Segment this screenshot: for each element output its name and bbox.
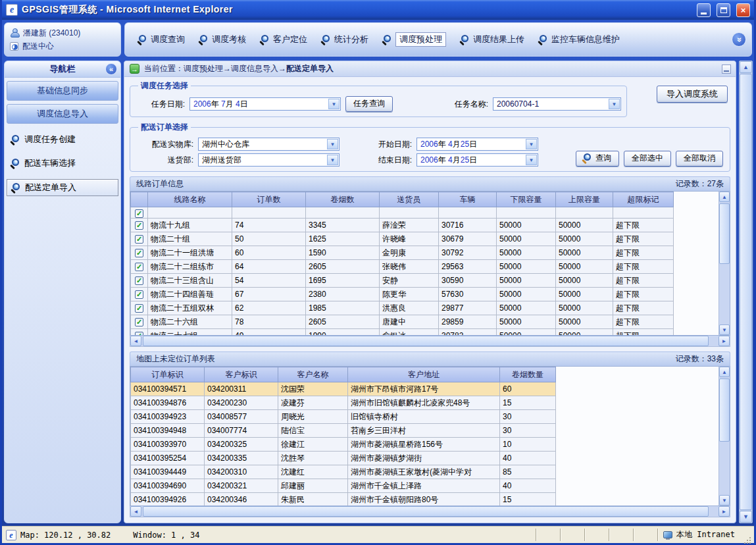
cell[interactable]: 034100394923 <box>131 410 205 424</box>
combo-arrow-button[interactable]: ▼ <box>526 155 537 165</box>
scrollbar-thumb[interactable] <box>740 74 752 510</box>
scroll-down-button[interactable]: ▼ <box>719 324 730 335</box>
cell[interactable]: 034200335 <box>205 452 278 465</box>
cell[interactable]: 60 <box>500 382 556 396</box>
cell[interactable]: 湖州市下昂镇市河路17号 <box>348 382 500 396</box>
row-checkbox-cell[interactable]: ✓ <box>131 246 148 260</box>
cell[interactable]: 49 <box>232 329 306 336</box>
cell[interactable]: 沈国荣 <box>278 382 348 396</box>
cell[interactable]: 物流二十组 <box>148 232 232 246</box>
cell[interactable]: 超下限 <box>613 232 674 246</box>
scroll-right-button[interactable]: ► <box>718 336 730 346</box>
cell[interactable]: 50000 <box>497 232 556 246</box>
cell[interactable]: 034200321 <box>205 479 278 493</box>
cell[interactable]: 74 <box>232 219 306 232</box>
cell[interactable]: 85 <box>500 465 556 479</box>
cell[interactable]: 50000 <box>556 260 613 274</box>
scrollbar-thumb[interactable] <box>143 336 709 346</box>
cell[interactable]: 1625 <box>306 232 380 246</box>
checkbox-checked-icon[interactable]: ✓ <box>135 290 143 299</box>
cell[interactable]: 物流二十二组练市 <box>148 260 232 274</box>
combo-arrow-button[interactable]: ▼ <box>328 99 340 109</box>
cell[interactable]: 034007774 <box>205 424 278 438</box>
sidebar-group-dispatch-import[interactable]: 调度信息导入 <box>7 104 118 124</box>
cell[interactable]: 62 <box>232 301 306 315</box>
cell[interactable]: 湖州市菱湖镇梦湖街 <box>348 452 500 465</box>
cell[interactable]: 60 <box>232 246 306 260</box>
sidebar-collapse-button[interactable]: « <box>105 63 117 75</box>
unlocated-order-row[interactable]: 034100394449034200310沈建红湖州市菱湖镇王家墩村(菱湖中学对… <box>131 465 556 479</box>
unlocated-order-row[interactable]: 034100395254034200335沈胜琴湖州市菱湖镇梦湖街40 <box>131 452 556 465</box>
cell[interactable]: 50000 <box>556 219 613 232</box>
cell[interactable]: 29877 <box>439 301 497 315</box>
end-date-combo[interactable]: 2006年 4月25日 ▼ <box>416 153 538 167</box>
route-order-row[interactable]: ✓物流二十三组含山541695安静305905000050000超下限 <box>131 274 674 288</box>
combo-arrow-button[interactable]: ▼ <box>327 139 338 149</box>
sidebar-item-order-import[interactable]: 配送定单导入 <box>7 179 118 196</box>
cell[interactable]: 50000 <box>556 274 613 288</box>
cell[interactable]: 湖州市旧馆镇麒麟村北凌家兜48号 <box>348 396 500 410</box>
cell[interactable]: 物流二十六组 <box>148 315 232 329</box>
cell[interactable]: 陆信宝 <box>278 424 348 438</box>
nav-item-dispatch-query[interactable]: 调度查询 <box>137 34 185 45</box>
cell[interactable]: 30679 <box>439 232 497 246</box>
cell[interactable]: 湖州市千金镇朝阳路80号 <box>348 493 500 507</box>
row-checkbox-cell[interactable]: ✓ <box>131 288 148 301</box>
cell[interactable]: 2605 <box>306 315 380 329</box>
route-order-row[interactable]: ✓物流二十六组782605唐建中298595000050000超下限 <box>131 315 674 329</box>
cell[interactable]: 30590 <box>439 274 497 288</box>
cell[interactable]: 物流二十四组善琏 <box>148 288 232 301</box>
nav-item-vehicle-info-maintain[interactable]: 监控车辆信息维护 <box>538 34 620 45</box>
cell[interactable]: 超下限 <box>613 260 674 274</box>
cell[interactable]: 湖州市千金镇上泽路 <box>348 479 500 493</box>
panel-collapse-button[interactable] <box>722 65 731 74</box>
cell[interactable]: 薛淦荣 <box>380 219 439 232</box>
nav-item-dispatch-assess[interactable]: 调度考核 <box>198 34 246 45</box>
route-order-row[interactable]: ✓物流二十二组练市642605张晓伟295635000050000超下限 <box>131 260 674 274</box>
cell[interactable]: 3345 <box>306 219 380 232</box>
query-button[interactable]: 查询 <box>576 151 619 167</box>
cell[interactable]: 29859 <box>439 315 497 329</box>
task-query-button[interactable]: 任务查询 <box>345 96 393 112</box>
cell[interactable]: 物流二十五组双林 <box>148 301 232 315</box>
cell[interactable]: 2380 <box>306 288 380 301</box>
scrollbar-thumb[interactable] <box>143 506 709 517</box>
unlocated-table-horizontal-scrollbar[interactable]: ◄ ► <box>130 506 730 517</box>
cell[interactable]: 超下限 <box>613 219 674 232</box>
cell[interactable]: 张晓伟 <box>380 260 439 274</box>
cell[interactable]: 50000 <box>497 301 556 315</box>
unlocated-order-row[interactable]: 034100394923034008577周晓光旧馆镇寺桥村30 <box>131 410 556 424</box>
scroll-down-button[interactable]: ▼ <box>719 495 730 506</box>
resize-grip[interactable] <box>743 531 752 540</box>
cell[interactable]: 50000 <box>556 246 613 260</box>
cell[interactable]: 2605 <box>306 260 380 274</box>
cell[interactable]: 湖州市菱湖镇星桥路156号 <box>348 438 500 452</box>
cell[interactable]: 1990 <box>306 329 380 336</box>
sidebar-item-task-create[interactable]: 调度任务创建 <box>7 132 118 147</box>
cell[interactable]: 50 <box>232 232 306 246</box>
cell[interactable]: 10 <box>500 438 556 452</box>
checkbox-checked-icon[interactable]: ✓ <box>135 221 143 230</box>
page-vertical-scrollbar[interactable]: ▲ ▼ <box>739 61 753 523</box>
cell[interactable]: 034200325 <box>205 438 278 452</box>
deselect-all-button[interactable]: 全部取消 <box>676 151 723 167</box>
row-checkbox-cell[interactable]: ✓ <box>131 329 148 336</box>
route-order-row[interactable]: ✓物流二十七组491990俞银冰307825000050000超下限 <box>131 329 674 336</box>
cell[interactable]: 50000 <box>497 246 556 260</box>
task-date-combo[interactable]: 2006年 7月 4日 ▼ <box>189 97 341 111</box>
combo-arrow-button[interactable]: ▼ <box>327 155 338 165</box>
cell[interactable]: 徐建江 <box>278 438 348 452</box>
cell[interactable]: 物流十九组 <box>148 219 232 232</box>
checkbox-checked-icon[interactable]: ✓ <box>135 263 143 271</box>
cell[interactable]: 034200230 <box>205 396 278 410</box>
cell[interactable]: 沈建红 <box>278 465 348 479</box>
row-checkbox-cell[interactable]: ✓ <box>131 315 148 329</box>
scroll-right-button[interactable]: ► <box>718 506 730 517</box>
cell[interactable]: 40 <box>500 452 556 465</box>
select-all-button[interactable]: 全部选中 <box>624 151 671 167</box>
unlocated-order-row[interactable]: 034100393970034200325徐建江湖州市菱湖镇星桥路156号10 <box>131 438 556 452</box>
unlocated-order-row[interactable]: 034100394571034200311沈国荣湖州市下昂镇市河路17号60 <box>131 382 556 396</box>
cell[interactable]: 40 <box>500 479 556 493</box>
cell[interactable]: 78 <box>232 315 306 329</box>
combo-arrow-button[interactable]: ▼ <box>526 139 537 149</box>
